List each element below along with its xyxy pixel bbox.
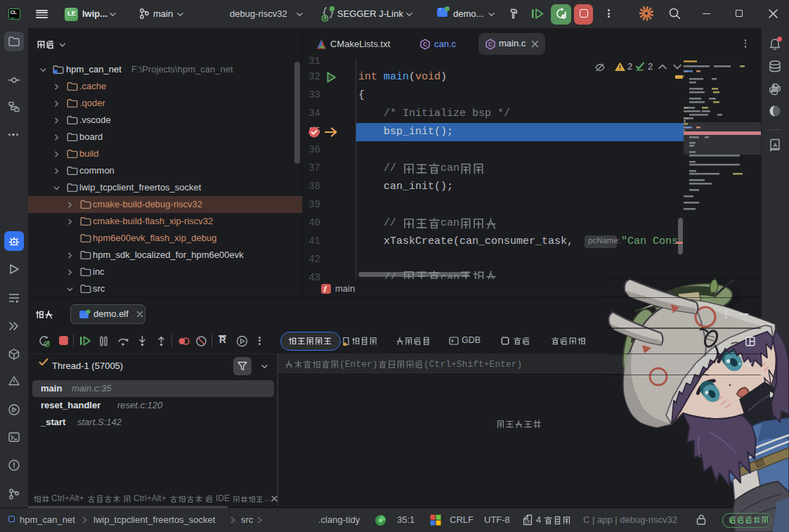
svg-text:C: C: [423, 41, 427, 48]
svg-text:CF: CF: [525, 519, 531, 524]
svg-text:C: C: [488, 41, 493, 48]
svg-text:A: A: [774, 142, 778, 148]
